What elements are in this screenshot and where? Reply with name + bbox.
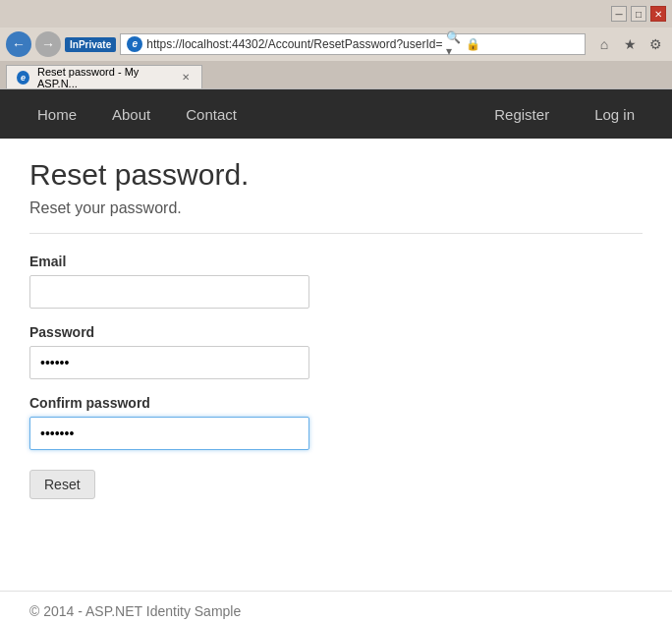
forward-button[interactable]: → xyxy=(35,31,61,57)
site-navigation: Home About Contact Register Log in xyxy=(0,89,672,139)
ie-icon: e xyxy=(127,36,142,52)
nav-about[interactable]: About xyxy=(94,91,168,138)
page-subtitle: Reset your password. xyxy=(29,199,643,217)
nav-login[interactable]: Log in xyxy=(577,91,652,138)
address-bar: ← → InPrivate e https://localhost:44302/… xyxy=(0,28,672,61)
password-label: Password xyxy=(29,324,643,340)
browser-chrome: ─ □ ✕ ← → InPrivate e https://localhost:… xyxy=(0,0,672,89)
footer-text: © 2014 - ASP.NET Identity Sample xyxy=(29,603,241,619)
reset-button[interactable]: Reset xyxy=(29,470,95,499)
email-group: Email xyxy=(29,254,643,309)
settings-icon[interactable]: ⚙ xyxy=(644,33,666,55)
back-button[interactable]: ← xyxy=(6,31,31,57)
section-divider xyxy=(29,233,643,234)
favorites-icon[interactable]: ★ xyxy=(619,33,641,55)
password-group: Password xyxy=(29,324,643,379)
home-icon[interactable]: ⌂ xyxy=(593,33,615,55)
lock-icon: 🔒 xyxy=(465,36,480,52)
email-label: Email xyxy=(29,254,643,269)
page-title: Reset password. xyxy=(29,158,643,192)
minimize-button[interactable]: ─ xyxy=(611,6,627,22)
tab-favicon: e xyxy=(17,71,29,85)
reset-password-form: Email Password Confirm password Reset xyxy=(29,254,643,499)
page-content: Reset password. Reset your password. Ema… xyxy=(0,139,672,591)
maximize-button[interactable]: □ xyxy=(631,6,646,22)
inprivate-badge: InPrivate xyxy=(65,37,116,52)
tab-bar: e Reset password - My ASP.N... ✕ xyxy=(0,61,672,88)
nav-home[interactable]: Home xyxy=(20,91,94,138)
email-input[interactable] xyxy=(29,275,309,309)
confirm-password-input[interactable] xyxy=(29,417,309,450)
url-bar-icons: 🔍▾ 🔒 xyxy=(446,36,480,52)
nav-contact[interactable]: Contact xyxy=(168,91,254,138)
nav-register[interactable]: Register xyxy=(476,91,567,138)
title-bar: ─ □ ✕ xyxy=(0,0,672,28)
confirm-password-group: Confirm password xyxy=(29,395,643,450)
page-footer: © 2014 - ASP.NET Identity Sample xyxy=(0,591,672,623)
close-button[interactable]: ✕ xyxy=(650,6,666,22)
password-input[interactable] xyxy=(29,346,309,379)
window-controls: ─ □ ✕ xyxy=(611,6,666,22)
active-tab[interactable]: e Reset password - My ASP.N... ✕ xyxy=(6,65,202,88)
tab-label: Reset password - My ASP.N... xyxy=(37,66,171,89)
nav-left: Home About Contact xyxy=(20,91,254,138)
confirm-password-label: Confirm password xyxy=(29,395,643,411)
browser-toolbar: ⌂ ★ ⚙ xyxy=(593,33,666,55)
search-dropdown-icon[interactable]: 🔍▾ xyxy=(446,36,462,52)
url-bar[interactable]: e https://localhost:44302/Account/ResetP… xyxy=(120,33,586,55)
url-text: https://localhost:44302/Account/ResetPas… xyxy=(146,37,442,51)
tab-close-button[interactable]: ✕ xyxy=(179,71,192,85)
nav-right: Register Log in xyxy=(476,91,652,138)
